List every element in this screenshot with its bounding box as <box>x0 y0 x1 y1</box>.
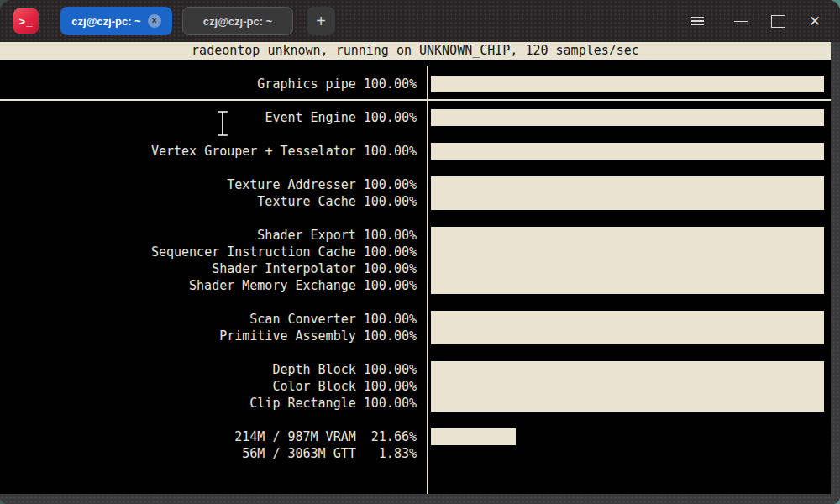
metric-label: Clip Rectangle 100.00% <box>249 395 417 412</box>
usage-bar <box>431 176 824 193</box>
tab-label: czj@czj-pc: ~ <box>203 15 272 28</box>
maximize-icon <box>771 15 785 28</box>
maximize-button[interactable] <box>759 3 796 39</box>
usage-bar <box>431 328 824 344</box>
terminal-screen[interactable]: radeontop unknown, running on UNKNOWN_CH… <box>0 42 831 494</box>
metric-label: Primitive Assembly 100.00% <box>219 328 417 344</box>
new-tab-button[interactable]: + <box>307 7 335 35</box>
terminal-window: >_ czj@czj-pc: ~ × czj@czj-pc: ~ + <box>0 0 840 504</box>
metric-label: Shader Interpolator 100.00% <box>212 260 417 277</box>
usage-bar <box>431 76 824 92</box>
usage-bar <box>431 109 824 126</box>
metric-label: Sequencer Instruction Cache 100.00% <box>151 244 417 260</box>
metric-label: Color Block 100.00% <box>272 378 417 395</box>
horizontal-separator <box>0 99 831 101</box>
metric-label: Scan Converter 100.00% <box>249 311 417 328</box>
hamburger-icon <box>691 13 704 28</box>
tab-inactive[interactable]: czj@czj-pc: ~ <box>182 7 293 35</box>
terminal-icon: >_ <box>19 15 34 28</box>
tab-label: czj@czj-pc: ~ <box>71 15 140 28</box>
metric-label: Shader Memory Exchange 100.00% <box>189 277 417 294</box>
tab-close-button[interactable]: × <box>148 14 161 28</box>
metric-label: Shader Export 100.00% <box>257 227 417 244</box>
usage-bar <box>431 311 824 328</box>
minimize-icon <box>734 21 748 22</box>
usage-bar <box>431 143 824 160</box>
metric-label: Depth Block 100.00% <box>272 361 417 378</box>
usage-bar <box>431 277 824 294</box>
menu-button[interactable] <box>679 3 716 39</box>
usage-bar <box>431 361 824 378</box>
close-icon: ✕ <box>809 14 821 29</box>
usage-bar <box>431 395 824 412</box>
metric-label: Graphics pipe 100.00% <box>257 76 417 92</box>
metric-label: 56M / 3063M GTT 1.83% <box>242 445 417 462</box>
vertical-separator <box>427 66 428 494</box>
minimize-button[interactable] <box>722 3 759 39</box>
tab-active[interactable]: czj@czj-pc: ~ × <box>60 7 172 35</box>
metric-label: Texture Addresser 100.00% <box>227 176 417 193</box>
usage-bar <box>431 227 824 244</box>
usage-bar <box>431 378 824 395</box>
plus-icon: + <box>316 12 326 31</box>
metric-label: Vertex Grouper + Tesselator 100.00% <box>151 143 417 160</box>
close-icon: × <box>152 17 157 25</box>
terminal-app-icon: >_ <box>13 8 39 34</box>
usage-bar <box>431 193 824 210</box>
metric-label: Texture Cache 100.00% <box>257 193 417 210</box>
window-controls: ✕ <box>679 3 833 39</box>
metric-label: Event Engine 100.00% <box>265 109 417 126</box>
usage-bar <box>431 260 824 277</box>
usage-bar <box>431 428 516 445</box>
titlebar: >_ czj@czj-pc: ~ × czj@czj-pc: ~ + <box>0 0 840 42</box>
usage-bar <box>431 244 824 260</box>
ibeam-cursor-icon <box>215 109 230 138</box>
radeontop-header: radeontop unknown, running on UNKNOWN_CH… <box>0 42 831 60</box>
close-button[interactable]: ✕ <box>796 3 833 39</box>
metric-label: 214M / 987M VRAM 21.66% <box>234 428 417 445</box>
